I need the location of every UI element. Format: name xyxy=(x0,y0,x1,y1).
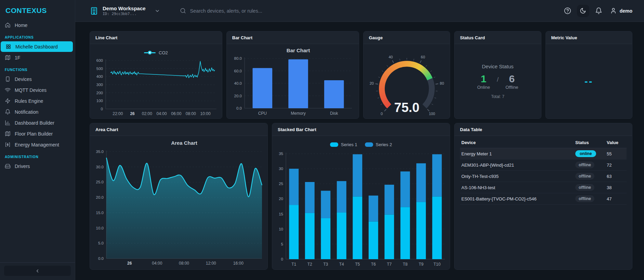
sidebar-nav: HomeAPPLICATIONSMichelle Dashboard1FFUNC… xyxy=(0,20,75,171)
widget-gauge: Gauge 02040608010075.0 xyxy=(363,31,450,119)
sidebar-item-rules-engine[interactable]: Rules Engine xyxy=(0,96,73,106)
widget-area-chart: Area Chart Area Chart0.05.010.015.020.02… xyxy=(90,123,268,270)
svg-text:T9: T9 xyxy=(419,262,423,267)
device-name: Energy Meter 1 xyxy=(460,148,574,159)
offline-count: 6 xyxy=(509,74,515,84)
svg-text:08:00: 08:00 xyxy=(179,261,189,266)
dashboard-grid: Line Chart CO2 010020030040050060022:002… xyxy=(75,22,644,270)
series1-label: Series 1 xyxy=(341,142,357,147)
dashboard-grid-icon xyxy=(5,44,11,50)
svg-text:500: 500 xyxy=(96,67,103,71)
svg-text:0: 0 xyxy=(101,107,103,111)
svg-text:20: 20 xyxy=(279,197,283,201)
zap-icon xyxy=(5,98,11,104)
svg-text:40: 40 xyxy=(389,55,393,59)
search-input[interactable] xyxy=(190,8,371,14)
device-name: AS-106-NH3-test xyxy=(460,182,574,193)
help-icon[interactable] xyxy=(564,7,571,14)
svg-text:Area Chart: Area Chart xyxy=(171,140,197,146)
widget-metric-value: Metric Value -- xyxy=(546,31,633,119)
moon-icon xyxy=(580,8,586,14)
app-logo: CONTEXUS xyxy=(0,0,75,19)
svg-text:25: 25 xyxy=(279,182,283,186)
sidebar-item-label: MQTT Devices xyxy=(15,87,47,93)
workspace-name: Demo Workspace xyxy=(103,5,146,12)
status-badge: offline xyxy=(575,184,594,191)
online-count: 1 xyxy=(481,74,487,84)
theme-toggle-button[interactable] xyxy=(577,5,589,17)
global-search xyxy=(180,8,371,14)
widget-data-table: Data Table Device Status Value Energy Me… xyxy=(454,123,632,270)
sidebar-collapse-button[interactable] xyxy=(4,266,71,276)
chevron-left-icon xyxy=(35,268,40,274)
svg-text:5: 5 xyxy=(281,242,283,246)
svg-text:08:00: 08:00 xyxy=(186,111,196,116)
svg-text:06:00: 06:00 xyxy=(171,111,181,116)
sidebar-item-label: Floor Plan Builder xyxy=(15,131,53,137)
table-row: AEM301-ABP-[Wind]-cd21offline72 xyxy=(460,159,627,171)
widget-title: Bar Chart xyxy=(232,35,252,40)
svg-text:30: 30 xyxy=(279,167,283,171)
user-menu[interactable]: demo xyxy=(610,8,632,14)
svg-text:22:00: 22:00 xyxy=(113,111,123,116)
widget-title: Status Card xyxy=(460,35,485,40)
sidebar-item-michelle-dashboard[interactable]: Michelle Dashboard xyxy=(1,41,73,52)
svg-text:15.0: 15.0 xyxy=(96,211,104,215)
workspace-selector[interactable]: Demo Workspace ID: 29cc3bb7... xyxy=(90,5,160,16)
table-row: Energy Meter 1online55 xyxy=(460,148,627,159)
map-icon xyxy=(5,131,11,137)
svg-text:T6: T6 xyxy=(371,262,376,267)
notifications-bell-icon[interactable] xyxy=(595,7,602,14)
svg-text:400: 400 xyxy=(96,74,103,79)
widget-title: Metric Value xyxy=(551,35,577,40)
sidebar-item-label: Michelle Dashboard xyxy=(15,44,58,50)
svg-text:30.0: 30.0 xyxy=(96,165,104,169)
svg-text:100: 100 xyxy=(429,112,435,116)
slash-separator: / xyxy=(497,76,499,83)
svg-text:Memory: Memory xyxy=(291,111,305,116)
sidebar-item-label: Rules Engine xyxy=(15,98,43,104)
svg-text:26: 26 xyxy=(130,111,135,116)
svg-text:02:00: 02:00 xyxy=(142,111,152,116)
legend-label: CO2 xyxy=(159,50,168,55)
sidebar-item-energy-management[interactable]: Energy Management xyxy=(0,139,73,150)
sidebar-item-drivers[interactable]: Drivers xyxy=(0,161,73,171)
sidebar-item-home[interactable]: Home xyxy=(0,20,73,30)
svg-text:0.0: 0.0 xyxy=(236,106,242,110)
wifi-icon xyxy=(5,87,11,93)
svg-text:26: 26 xyxy=(127,261,132,266)
svg-text:10.0: 10.0 xyxy=(96,226,104,230)
sidebar-item-mqtt-devices[interactable]: MQTT Devices xyxy=(0,85,73,95)
svg-text:10: 10 xyxy=(279,227,283,231)
nav-section-functions: FUNCTIONS xyxy=(0,63,75,73)
device-icon xyxy=(5,76,11,82)
widget-title: Gauge xyxy=(369,35,383,40)
sidebar: CONTEXUS HomeAPPLICATIONSMichelle Dashbo… xyxy=(0,0,75,280)
line-chart-legend: CO2 xyxy=(90,44,222,58)
svg-text:T2: T2 xyxy=(307,262,312,267)
svg-text:0: 0 xyxy=(380,112,382,116)
sidebar-item-floor-plan-builder[interactable]: Floor Plan Builder xyxy=(0,128,73,139)
svg-text:T3: T3 xyxy=(323,262,328,267)
svg-text:T4: T4 xyxy=(339,262,344,267)
svg-text:25.0: 25.0 xyxy=(96,180,104,184)
widget-line-chart: Line Chart CO2 010020030040050060022:002… xyxy=(90,31,222,119)
series1-swatch xyxy=(330,142,338,147)
sidebar-item-devices[interactable]: Devices xyxy=(0,74,73,84)
sidebar-item-notification[interactable]: Notification xyxy=(0,107,73,117)
legend-marker xyxy=(144,52,156,53)
table-row: Only-TH-Test-c935offline63 xyxy=(460,171,627,182)
svg-text:Disk: Disk xyxy=(330,111,338,116)
sidebar-item-1f[interactable]: 1F xyxy=(0,52,73,63)
device-value: 72 xyxy=(605,159,627,171)
svg-text:T1: T1 xyxy=(291,262,296,267)
svg-text:16:00: 16:00 xyxy=(233,261,244,266)
device-value: 38 xyxy=(605,182,627,193)
widget-title: Data Table xyxy=(460,127,482,132)
widget-title: Area Chart xyxy=(95,127,118,132)
sidebar-item-dashboard-builder[interactable]: Dashboard Builder xyxy=(0,117,73,128)
nav-section-applications: APPLICATIONS xyxy=(0,31,75,41)
device-value: 63 xyxy=(605,171,627,182)
svg-text:10:00: 10:00 xyxy=(200,111,211,116)
chevron-down-icon xyxy=(155,8,160,14)
